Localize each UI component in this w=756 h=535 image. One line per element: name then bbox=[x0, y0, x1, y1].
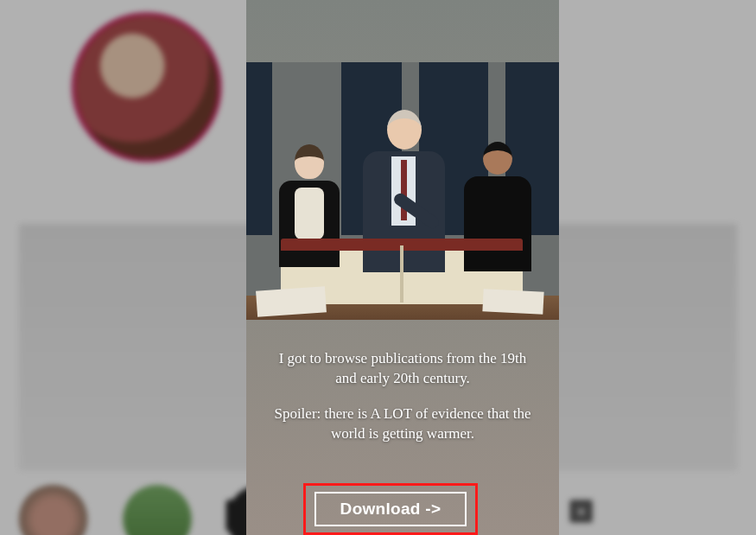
photo-book-spine bbox=[400, 245, 403, 303]
caption-line-2: Spoiler: there is A LOT of evidence that… bbox=[269, 404, 537, 444]
download-button[interactable]: Download -> bbox=[314, 492, 467, 526]
photo-person-center bbox=[363, 110, 445, 283]
story-photo bbox=[246, 62, 559, 320]
photo-document bbox=[256, 286, 327, 317]
photo-document bbox=[482, 289, 543, 315]
story-caption: I got to browse publications from the 19… bbox=[246, 328, 559, 444]
download-highlight: Download -> bbox=[303, 483, 478, 535]
photo-person-left bbox=[279, 144, 340, 274]
story-modal: I got to browse publications from the 19… bbox=[246, 0, 559, 535]
photo-person-right bbox=[464, 142, 531, 280]
caption-line-1: I got to browse publications from the 19… bbox=[269, 349, 537, 389]
